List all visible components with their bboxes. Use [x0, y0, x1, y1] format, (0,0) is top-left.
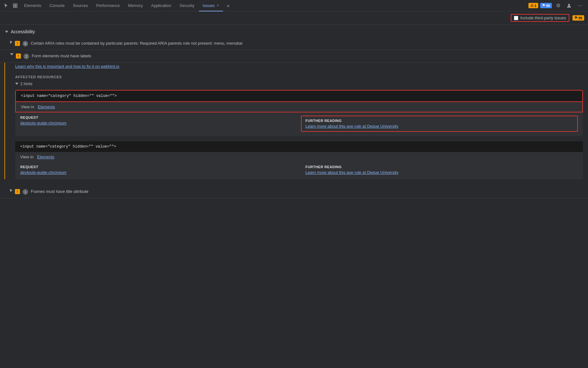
- hint1-further-col: FURTHER READING Learn more about this ax…: [301, 116, 578, 132]
- issue-aria-roles[interactable]: ! 6 Certain ARIA roles must be contained…: [0, 37, 588, 50]
- svg-point-4: [568, 4, 570, 6]
- flag-icon: ⚑: [542, 3, 545, 8]
- hint2-request-further-row: REQUEST devtools-guide-chromium FURTHER …: [15, 162, 583, 179]
- tab-console[interactable]: Console: [46, 0, 68, 11]
- issue2-expanded: Learn why this is important and how to f…: [4, 63, 588, 179]
- hint1-further-link[interactable]: Learn more about this axe rule at Deque …: [305, 124, 398, 129]
- issue2-header[interactable]: ! 2 Form elements must have labels: [0, 50, 588, 63]
- more-options-button[interactable]: ⋯: [575, 1, 584, 10]
- include-third-party-checkbox[interactable]: [514, 16, 518, 20]
- hint2-further-col: FURTHER READING Learn more about this ax…: [305, 165, 578, 175]
- learn-link[interactable]: Learn why this is important and how to f…: [15, 63, 583, 73]
- hint1-view-in-text: View in: [21, 105, 34, 109]
- hint2-request-label: REQUEST: [20, 165, 293, 169]
- hint2-further-link[interactable]: Learn more about this axe rule at Deque …: [305, 170, 398, 175]
- hint1-request-col: REQUEST devtools-guide-chromium: [20, 116, 288, 132]
- warning-icon: ⚠: [530, 3, 534, 8]
- third-party-issues-container: Include third-party issues: [511, 14, 569, 22]
- svg-rect-1: [16, 4, 17, 5]
- hints-toggle-icon: [15, 83, 18, 85]
- hint1-view-elements-link[interactable]: Elements: [38, 105, 55, 109]
- accessibility-section-header[interactable]: Accessibility: [0, 25, 588, 37]
- hint1-view-in-row: View in Elements: [15, 102, 583, 112]
- hint1-request-label: REQUEST: [20, 116, 288, 119]
- affected-resources-label: AFFECTED RESOURCES: [15, 73, 583, 80]
- hint2-further-label: FURTHER READING: [305, 165, 578, 169]
- settings-button[interactable]: ⚙: [554, 1, 563, 10]
- issue2-title: Form elements must have labels: [32, 53, 91, 59]
- flag-badge[interactable]: ⚑ 99: [540, 3, 552, 8]
- svg-rect-2: [13, 6, 15, 8]
- tab-bar: Elements Console Sources Performance Mem…: [0, 0, 588, 11]
- issue3-text: Frames must have title attribute: [31, 189, 88, 194]
- svg-rect-3: [16, 6, 17, 8]
- tab-memory[interactable]: Memory: [124, 0, 147, 11]
- hint2-view-elements-link[interactable]: Elements: [37, 155, 54, 159]
- issue2-warning-icon: !: [16, 54, 21, 59]
- hint2-view-in-row: View in Elements: [15, 152, 583, 162]
- hint2-code: <input name="category" hidden="" value="…: [15, 141, 583, 152]
- issue-frames-title[interactable]: ! 1 Frames must have title attribute: [0, 186, 588, 198]
- issue3-warning-icon: !: [15, 189, 20, 194]
- issues-count-badge: ⚑ 99: [572, 15, 584, 21]
- issue1-warning-icon: !: [15, 41, 20, 46]
- accessibility-toggle-icon: [5, 31, 8, 33]
- issue1-text: Certain ARIA roles must be contained by …: [31, 41, 243, 46]
- issue-form-elements: ! 2 Form elements must have labels Learn…: [0, 50, 588, 179]
- hint2-request-col: REQUEST devtools-guide-chromium: [20, 165, 293, 175]
- tab-bar-actions: ⚠ 1 ⚑ 99 ⚙ ⋯: [528, 1, 587, 10]
- hints-label: 2 hints: [20, 81, 32, 86]
- issue3-toggle-icon: [10, 189, 12, 192]
- hint1-block: <input name="category" hidden="" value="…: [15, 90, 583, 136]
- tab-sources[interactable]: Sources: [69, 0, 92, 11]
- hint2-request-link[interactable]: devtools-guide-chromium: [20, 170, 67, 175]
- tab-performance[interactable]: Performance: [93, 0, 124, 11]
- tab-application[interactable]: Application: [147, 0, 175, 11]
- hints-toggle[interactable]: 2 hints: [15, 80, 583, 90]
- hint2-view-in-text: View in: [20, 155, 34, 159]
- hint1-further-label: FURTHER READING: [305, 119, 573, 123]
- tab-elements[interactable]: Elements: [20, 0, 45, 11]
- svg-rect-0: [13, 4, 15, 5]
- issue3-count-badge: 1: [22, 189, 28, 195]
- tab-list: Elements Console Sources Performance Mem…: [1, 0, 528, 11]
- cursor-icon[interactable]: [1, 1, 10, 10]
- issue2-count-badge: 2: [23, 54, 29, 59]
- issue1-count-badge: 6: [22, 41, 28, 47]
- user-button[interactable]: [565, 1, 573, 10]
- top-options-row: Include third-party issues ⚑ 99: [0, 11, 588, 25]
- tab-issues-close[interactable]: ✕: [216, 3, 219, 8]
- tab-issues[interactable]: Issues ✕: [199, 0, 223, 11]
- main-content: Accessibility ! 6 Certain ARIA roles mus…: [0, 25, 588, 198]
- accessibility-title: Accessibility: [11, 29, 35, 34]
- more-tabs-button[interactable]: »: [224, 1, 233, 10]
- third-party-label: Include third-party issues: [520, 16, 566, 20]
- flag-small-icon: ⚑: [574, 16, 578, 20]
- warning-badge[interactable]: ⚠ 1: [528, 3, 538, 8]
- hint2-block: <input name="category" hidden="" value="…: [15, 141, 583, 179]
- hint1-code: <input name="category" hidden="" value="…: [15, 90, 583, 102]
- tab-security[interactable]: Security: [176, 0, 198, 11]
- issue1-toggle-icon: [10, 41, 12, 44]
- hint1-request-further-row: REQUEST devtools-guide-chromium FURTHER …: [15, 112, 583, 136]
- issue2-toggle-icon: [10, 53, 13, 55]
- inspect-icon[interactable]: [11, 1, 20, 10]
- hint1-request-link[interactable]: devtools-guide-chromium: [20, 121, 67, 125]
